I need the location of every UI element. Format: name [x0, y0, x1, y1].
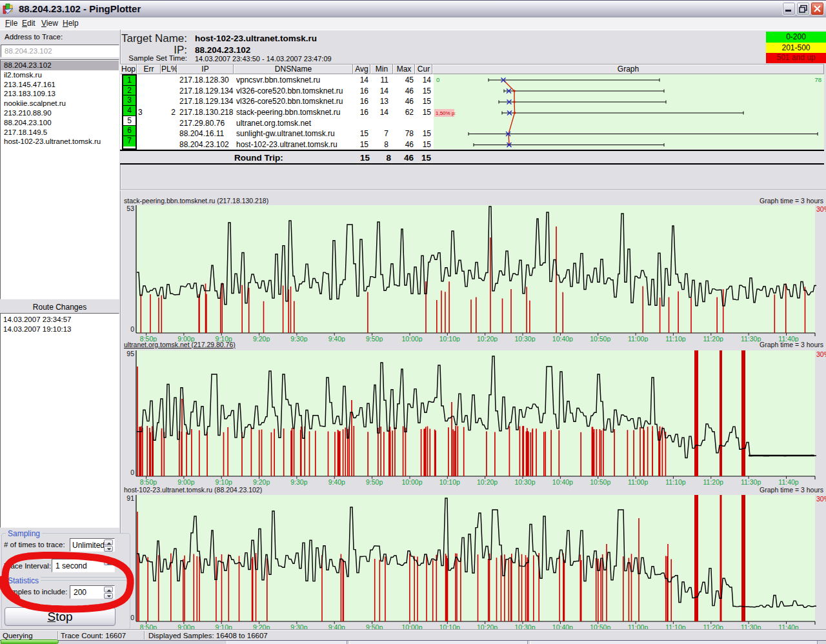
svg-text:9:50p: 9:50p [366, 478, 383, 486]
svg-text:Graph time = 3 hours: Graph time = 3 hours [760, 197, 823, 205]
svg-text:9:30p: 9:30p [290, 335, 307, 343]
svg-text:11:20p: 11:20p [703, 478, 723, 486]
svg-text:10:30p: 10:30p [514, 335, 535, 343]
svg-text:11:20p: 11:20p [703, 335, 723, 343]
svg-text:host-102-23.ultranet.tomsk.ru: host-102-23.ultranet.tomsk.ru (88.204.23… [124, 486, 262, 494]
svg-text:stack-peering.bbn.tomsknet.ru: stack-peering.bbn.tomsknet.ru (217.18.13… [124, 197, 268, 205]
svg-text:30%: 30% [816, 495, 826, 503]
svg-text:10:40p: 10:40p [552, 335, 573, 343]
svg-text:10:00p: 10:00p [401, 335, 422, 343]
svg-text:11:10p: 11:10p [665, 335, 685, 343]
svg-text:11:30p: 11:30p [741, 335, 761, 343]
svg-text:11:10p: 11:10p [665, 478, 685, 486]
svg-text:9:00p: 9:00p [177, 478, 194, 486]
svg-text:10:20p: 10:20p [477, 335, 498, 343]
svg-text:ultranet.org.tomsk.net (217.29: ultranet.org.tomsk.net (217.29.80.76) [124, 342, 236, 348]
svg-text:53: 53 [126, 205, 134, 212]
svg-text:10:50p: 10:50p [590, 478, 610, 486]
svg-text:30%: 30% [816, 205, 826, 213]
svg-text:Graph time = 3 hours: Graph time = 3 hours [760, 342, 823, 348]
svg-text:1,50% p:: 1,50% p: [436, 110, 456, 116]
svg-text:9:10p: 9:10p [216, 478, 232, 486]
svg-text:11:40p: 11:40p [778, 478, 798, 486]
svg-text:9:20p: 9:20p [253, 335, 270, 343]
svg-text:8:50p: 8:50p [140, 335, 157, 343]
svg-text:91: 91 [126, 494, 134, 502]
svg-text:10:30p: 10:30p [514, 478, 535, 486]
svg-text:0: 0 [130, 468, 134, 476]
svg-text:9:20p: 9:20p [253, 478, 270, 486]
svg-text:9:10p: 9:10p [216, 335, 232, 343]
svg-text:0: 0 [130, 325, 134, 333]
svg-text:30%: 30% [816, 350, 826, 358]
svg-text:9:40p: 9:40p [328, 335, 345, 343]
svg-text:9:00p: 9:00p [177, 335, 194, 343]
svg-text:10:50p: 10:50p [590, 335, 610, 343]
svg-text:11:00p: 11:00p [628, 335, 648, 343]
svg-text:11:30p: 11:30p [741, 478, 761, 486]
svg-text:Graph time = 3 hours: Graph time = 3 hours [760, 486, 823, 494]
svg-text:78: 78 [814, 76, 821, 83]
svg-text:10:40p: 10:40p [552, 478, 573, 486]
svg-text:11:00p: 11:00p [628, 478, 648, 486]
svg-text:11:40p: 11:40p [778, 335, 798, 343]
svg-text:9:40p: 9:40p [328, 478, 345, 486]
svg-text:0: 0 [436, 76, 439, 83]
svg-text:95: 95 [126, 350, 134, 357]
svg-text:8:50p: 8:50p [140, 478, 157, 486]
svg-text:10:10p: 10:10p [439, 335, 460, 343]
svg-text:9:30p: 9:30p [290, 478, 307, 486]
svg-text:10:10p: 10:10p [439, 478, 460, 486]
svg-text:10:20p: 10:20p [477, 478, 498, 486]
svg-text:10:00p: 10:00p [401, 478, 422, 486]
svg-text:9:50p: 9:50p [366, 335, 383, 343]
